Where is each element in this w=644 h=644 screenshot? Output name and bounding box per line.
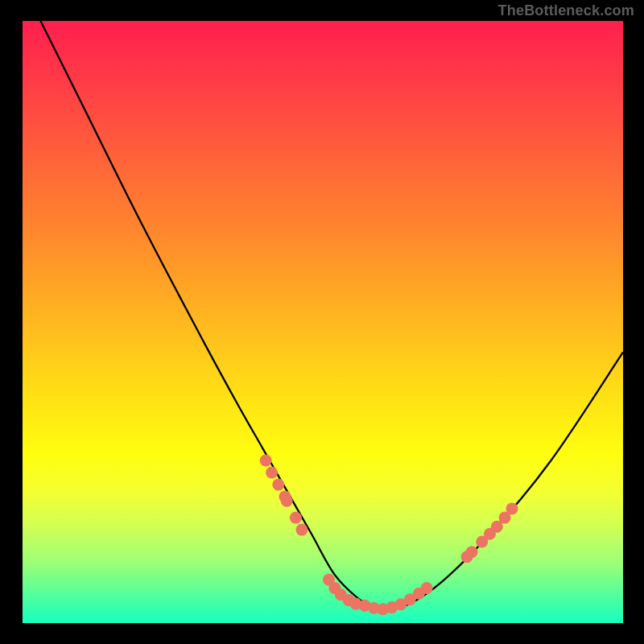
plot-svg-layer xyxy=(23,21,623,623)
scatter-dot xyxy=(290,512,302,524)
bottleneck-curve xyxy=(40,21,623,609)
scatter-dots xyxy=(260,455,518,616)
scatter-dot xyxy=(260,455,272,467)
scatter-dot xyxy=(272,479,284,491)
plot-frame xyxy=(23,21,623,623)
scatter-dot xyxy=(421,582,433,594)
scatter-dot xyxy=(281,495,293,507)
watermark-text: TheBottleneck.com xyxy=(498,2,634,19)
scatter-dot xyxy=(295,524,308,536)
scatter-dot xyxy=(506,502,518,514)
scatter-dot xyxy=(466,546,478,558)
scatter-dot xyxy=(266,467,278,479)
